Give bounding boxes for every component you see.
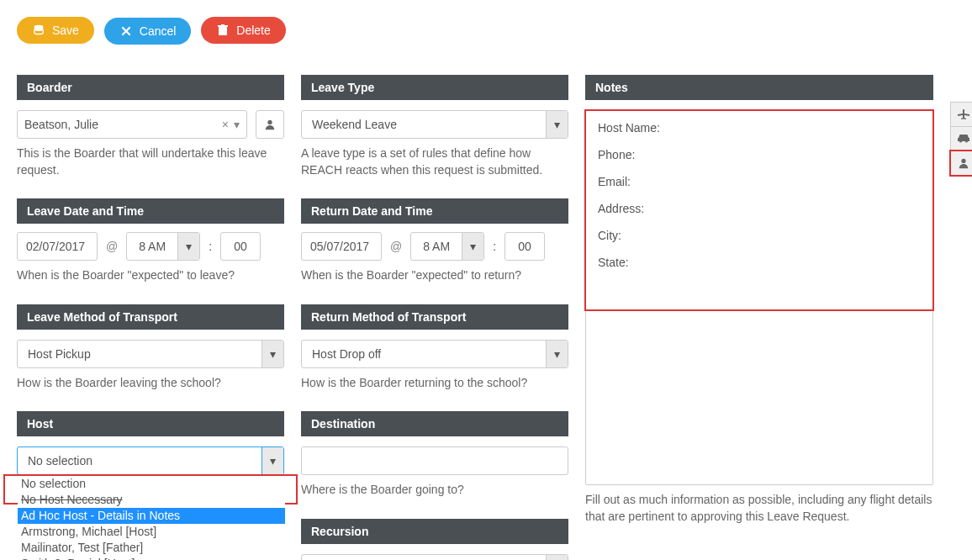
- host-option[interactable]: Armstrong, Michael [Host]: [18, 524, 285, 540]
- boarder-section: Boarder Beatson, Julie × ▾ This is the B…: [17, 75, 284, 178]
- host-section: Host No selection ▾ No selectionNo Host …: [17, 411, 284, 475]
- colon-label: :: [493, 240, 496, 253]
- chevron-down-icon: ▾: [546, 111, 568, 138]
- host-option[interactable]: Mailinator, Test [Father]: [18, 540, 285, 556]
- chevron-down-icon: ▾: [261, 447, 283, 474]
- notes-textarea[interactable]: Host Name: Phone: Email: Address: City: …: [585, 110, 933, 485]
- leave-date-help: When is the Boarder "expected" to leave?: [17, 267, 284, 284]
- plane-icon: [957, 108, 970, 121]
- return-date-input[interactable]: 05/07/2017: [301, 232, 382, 261]
- boarder-person-button[interactable]: [256, 110, 284, 139]
- chevron-down-icon: ▾: [261, 341, 283, 367]
- close-icon: [119, 24, 133, 38]
- return-hour-select[interactable]: 8 AM ▾: [410, 232, 484, 261]
- svg-rect-5: [221, 24, 225, 26]
- return-date-section: Return Date and Time 05/07/2017 @ 8 AM ▾…: [301, 198, 568, 284]
- leave-method-section: Leave Method of Transport Host Pickup ▾ …: [17, 304, 284, 392]
- leave-date-section: Leave Date and Time 02/07/2017 @ 8 AM ▾ …: [17, 198, 284, 284]
- notes-header: Notes: [585, 75, 933, 100]
- leave-hour-select[interactable]: 8 AM ▾: [126, 232, 200, 261]
- leave-type-help: A leave type is a set of rules that defi…: [301, 145, 568, 178]
- svg-point-7: [961, 159, 965, 163]
- leave-method-select[interactable]: Host Pickup ▾: [17, 340, 284, 368]
- recursion-header: Recursion: [301, 519, 568, 544]
- chevron-down-icon[interactable]: ▾: [234, 118, 240, 131]
- return-method-help: How is the Boarder returning to the scho…: [301, 375, 568, 392]
- recursion-select[interactable]: Once off ▾: [301, 554, 568, 560]
- boarder-value: Beatson, Julie: [24, 118, 222, 131]
- return-date-help: When is the Boarder "expected" to return…: [301, 267, 568, 284]
- leave-type-section: Leave Type Weekend Leave ▾ A leave type …: [301, 75, 568, 178]
- return-date-header: Return Date and Time: [301, 198, 568, 224]
- delete-label: Delete: [236, 24, 270, 37]
- host-option[interactable]: Smith 2, Daniel [Host]: [18, 556, 285, 560]
- svg-point-6: [267, 120, 272, 124]
- boarder-help: This is the Boarder that will undertake …: [17, 145, 284, 178]
- boarder-combobox[interactable]: Beatson, Julie × ▾: [17, 110, 247, 139]
- trash-icon: [216, 24, 230, 37]
- return-method-section: Return Method of Transport Host Drop off…: [301, 304, 568, 392]
- car-button[interactable]: [950, 126, 972, 151]
- recursion-section: Recursion Once off ▾ How should this Lea…: [301, 519, 568, 560]
- plane-button[interactable]: [950, 102, 972, 127]
- notes-email: Email:: [598, 175, 921, 188]
- chevron-down-icon: ▾: [462, 233, 483, 260]
- notes-city: City:: [598, 229, 921, 242]
- chevron-down-icon: ▾: [177, 233, 199, 260]
- leave-type-header: Leave Type: [301, 75, 568, 100]
- destination-header: Destination: [301, 411, 568, 436]
- middle-column: Leave Type Weekend Leave ▾ A leave type …: [301, 75, 568, 560]
- side-icon-bar: [950, 102, 972, 560]
- save-button[interactable]: Save: [17, 17, 94, 44]
- left-column: Boarder Beatson, Julie × ▾ This is the B…: [17, 75, 284, 560]
- person-button[interactable]: [950, 151, 972, 176]
- host-dropdown[interactable]: No selectionNo Host NecessaryAd Hoc Host…: [18, 476, 285, 560]
- at-symbol: @: [390, 240, 402, 253]
- leave-method-help: How is the Boarder leaving the school?: [17, 375, 284, 392]
- notes-help: Fill out as much information as possible…: [585, 492, 933, 525]
- destination-section: Destination Where is the Boarder going t…: [301, 411, 568, 499]
- clear-icon[interactable]: ×: [222, 118, 229, 131]
- cancel-button[interactable]: Cancel: [104, 18, 192, 45]
- person-icon: [958, 157, 969, 169]
- host-header: Host: [17, 411, 284, 436]
- leave-minute-input[interactable]: 00: [220, 232, 261, 261]
- host-option[interactable]: No selection: [18, 476, 285, 492]
- chevron-down-icon: ▾: [546, 555, 568, 560]
- notes-address: Address:: [598, 202, 921, 215]
- save-label: Save: [52, 24, 79, 37]
- destination-help: Where is the Boarder going to?: [301, 482, 568, 499]
- return-minute-input[interactable]: 00: [504, 232, 545, 261]
- notes-column: Notes Host Name: Phone: Email: Address: …: [585, 75, 933, 560]
- leave-date-input[interactable]: 02/07/2017: [17, 232, 98, 261]
- at-symbol: @: [106, 240, 118, 253]
- destination-input[interactable]: [301, 446, 568, 475]
- return-method-select[interactable]: Host Drop off ▾: [301, 340, 568, 368]
- svg-rect-3: [219, 27, 227, 35]
- delete-button[interactable]: Delete: [201, 17, 285, 44]
- toolbar: Save Cancel Delete: [17, 17, 955, 45]
- leave-date-header: Leave Date and Time: [17, 198, 284, 224]
- host-option[interactable]: No Host Necessary: [18, 492, 285, 508]
- host-select[interactable]: No selection ▾ No selectionNo Host Neces…: [17, 446, 284, 475]
- notes-state: State:: [598, 256, 921, 269]
- car-icon: [957, 133, 970, 145]
- cancel-label: Cancel: [140, 24, 177, 38]
- leave-type-select[interactable]: Weekend Leave ▾: [301, 110, 568, 139]
- return-method-header: Return Method of Transport: [301, 304, 568, 330]
- notes-phone: Phone:: [598, 148, 921, 161]
- notes-host-name: Host Name:: [598, 121, 921, 135]
- chevron-down-icon: ▾: [546, 341, 568, 367]
- leave-method-header: Leave Method of Transport: [17, 304, 284, 330]
- host-option[interactable]: Ad Hoc Host - Details in Notes: [18, 508, 285, 524]
- database-icon: [32, 24, 45, 37]
- colon-label: :: [209, 240, 212, 253]
- boarder-header: Boarder: [17, 75, 284, 100]
